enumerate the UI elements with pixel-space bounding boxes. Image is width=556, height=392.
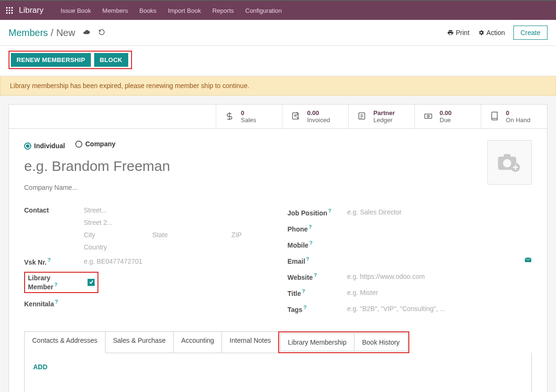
nav-books[interactable]: Books bbox=[133, 7, 162, 14]
phone-label: Phone? bbox=[288, 224, 347, 233]
stat-due-value: 0.00 bbox=[440, 109, 451, 116]
stat-due-label: Due bbox=[440, 116, 451, 124]
kennitala-label: Kennitala? bbox=[24, 299, 84, 308]
zip-input[interactable]: ZIP bbox=[231, 231, 269, 239]
nav-import-book[interactable]: Import Book bbox=[162, 7, 207, 14]
name-input[interactable] bbox=[24, 156, 329, 176]
add-button[interactable]: ADD bbox=[33, 363, 47, 371]
invoice-icon bbox=[291, 111, 302, 122]
block-button[interactable]: BLOCK bbox=[94, 53, 128, 67]
svg-rect-1 bbox=[9, 7, 10, 9]
website-input[interactable]: e.g. https://www.odoo.com bbox=[347, 273, 425, 280]
radio-company[interactable]: Company bbox=[75, 140, 115, 148]
radio-dot-icon bbox=[75, 141, 82, 148]
stat-due[interactable]: 0.00Due bbox=[415, 105, 481, 128]
company-name-input[interactable] bbox=[24, 182, 329, 193]
library-member-label: Library Member? bbox=[28, 274, 76, 291]
main-navbar: Library Issue Book Members Books Import … bbox=[0, 1, 556, 20]
vsk-label: Vsk Nr.? bbox=[24, 257, 84, 266]
ledger-icon bbox=[357, 111, 369, 122]
street-input[interactable]: Street... bbox=[84, 206, 269, 214]
stat-ledger-label: Ledger bbox=[373, 116, 395, 124]
vsk-input[interactable]: e.g. BE0477472701 bbox=[84, 258, 142, 265]
svg-rect-6 bbox=[6, 12, 8, 14]
mobile-label: Mobile? bbox=[288, 240, 347, 249]
stat-sales-label: Sales bbox=[241, 116, 256, 124]
app-brand[interactable]: Library bbox=[19, 6, 44, 15]
email-icon[interactable] bbox=[524, 257, 532, 264]
tab-book-history[interactable]: Book History bbox=[354, 333, 407, 351]
apps-icon[interactable] bbox=[6, 7, 13, 14]
email-label: Email? bbox=[288, 256, 347, 265]
print-button[interactable]: Print bbox=[447, 29, 469, 36]
status-button-row: RENEW MEMBERSHIP BLOCK bbox=[0, 46, 556, 76]
city-input[interactable]: City bbox=[84, 231, 148, 239]
stat-sales[interactable]: 0Sales bbox=[216, 105, 282, 128]
email-input[interactable] bbox=[347, 257, 520, 264]
svg-rect-14 bbox=[504, 154, 511, 158]
breadcrumb-sep: / bbox=[51, 27, 53, 38]
svg-rect-8 bbox=[11, 12, 13, 14]
stat-invoiced[interactable]: 0.00Invoiced bbox=[282, 105, 348, 128]
breadcrumb-members[interactable]: Members bbox=[9, 27, 48, 38]
svg-rect-11 bbox=[425, 114, 432, 118]
renew-membership-button[interactable]: RENEW MEMBERSHIP bbox=[11, 53, 91, 67]
nav-configuration[interactable]: Configuration bbox=[239, 7, 287, 14]
contact-label: Contact bbox=[24, 206, 84, 214]
avatar-upload[interactable] bbox=[487, 140, 532, 185]
stat-partner-ledger[interactable]: PartnerLedger bbox=[348, 105, 415, 128]
stat-invoiced-label: Invoiced bbox=[307, 116, 330, 124]
tab-contacts-addresses[interactable]: Contacts & Addresses bbox=[24, 331, 106, 353]
job-label: Job Position? bbox=[288, 208, 347, 217]
svg-point-15 bbox=[503, 159, 512, 168]
stat-row: 0Sales 0.00Invoiced PartnerLedger 0.00Du… bbox=[9, 105, 547, 129]
state-input[interactable]: State bbox=[152, 231, 227, 239]
radio-company-label: Company bbox=[85, 140, 115, 148]
svg-rect-2 bbox=[11, 7, 13, 9]
tab-sales-purchase[interactable]: Sales & Purchase bbox=[105, 331, 174, 353]
stat-on-hand[interactable]: 0On Hand bbox=[481, 105, 547, 128]
tab-library-membership[interactable]: Library Membership bbox=[280, 333, 355, 351]
svg-rect-4 bbox=[9, 10, 10, 11]
svg-rect-3 bbox=[6, 10, 8, 11]
nav-issue-book[interactable]: Issue Book bbox=[55, 7, 97, 14]
form-sheet: 0Sales 0.00Invoiced PartnerLedger 0.00Du… bbox=[9, 104, 547, 392]
breadcrumb-bar: Members / New Print Action Create bbox=[0, 20, 556, 46]
radio-individual-label: Individual bbox=[34, 142, 65, 150]
tab-internal-notes[interactable]: Internal Notes bbox=[221, 331, 279, 353]
job-input[interactable]: e.g. Sales Director bbox=[347, 208, 402, 216]
library-member-checkbox[interactable] bbox=[88, 279, 95, 286]
discard-icon[interactable] bbox=[98, 28, 106, 37]
radio-dot-icon bbox=[24, 143, 31, 150]
title-input[interactable]: e.g. Mister bbox=[347, 289, 378, 296]
svg-rect-5 bbox=[11, 10, 13, 11]
action-label: Action bbox=[486, 29, 505, 36]
street2-input[interactable]: Street 2... bbox=[84, 219, 269, 226]
title-label: Title? bbox=[288, 288, 347, 297]
stat-onhand-label: On Hand bbox=[506, 116, 530, 124]
money-icon bbox=[424, 111, 435, 122]
print-label: Print bbox=[456, 29, 469, 36]
svg-rect-7 bbox=[9, 12, 10, 14]
create-button[interactable]: Create bbox=[513, 26, 547, 40]
tabs: Contacts & Addresses Sales & Purchase Ac… bbox=[24, 331, 532, 353]
stat-invoiced-value: 0.00 bbox=[307, 109, 330, 116]
cloud-save-icon[interactable] bbox=[83, 28, 90, 37]
action-button[interactable]: Action bbox=[478, 29, 505, 36]
country-input[interactable]: Country bbox=[84, 243, 269, 251]
stat-ledger-value: Partner bbox=[373, 109, 395, 116]
radio-individual[interactable]: Individual bbox=[24, 142, 65, 150]
stat-onhand-value: 0 bbox=[506, 109, 530, 116]
tab-accounting[interactable]: Accounting bbox=[173, 331, 222, 353]
tags-label: Tags? bbox=[288, 304, 347, 313]
book-icon bbox=[490, 111, 501, 122]
nav-reports[interactable]: Reports bbox=[207, 7, 240, 14]
stat-sales-value: 0 bbox=[241, 109, 256, 116]
website-label: Website? bbox=[288, 272, 347, 281]
svg-point-12 bbox=[427, 115, 429, 117]
tab-panel-contacts: ADD bbox=[24, 353, 532, 392]
nav-members[interactable]: Members bbox=[97, 7, 133, 14]
tags-input[interactable]: e.g. "B2B", "VIP", "Consulting", ... bbox=[347, 305, 445, 312]
svg-rect-0 bbox=[6, 7, 8, 9]
breadcrumb-current: New bbox=[56, 27, 75, 38]
